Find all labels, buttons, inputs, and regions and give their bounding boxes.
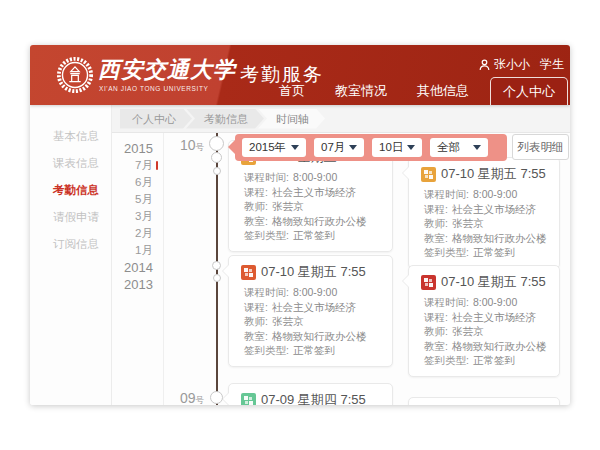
app-window: 西安交通大学 XI'AN JIAO TONG UNIVERSITY 考勤服务 张… <box>30 45 570 405</box>
user-role: 学生 <box>540 56 564 73</box>
card-fields: 课程时间:8:00-9:00 课程:社会主义市场经济 教师:张芸京 教室:格物致… <box>421 187 549 260</box>
caret-down-icon <box>473 145 481 150</box>
sidebar-item-leave-request[interactable]: 请假申请 <box>30 204 111 231</box>
card-header: 07-10 星期五 7:55 <box>421 272 549 292</box>
timeline-scale-2015[interactable]: 2015 <box>123 140 153 157</box>
year-select-value: 2015年 <box>249 140 286 155</box>
card-tail <box>403 275 409 287</box>
card-date: 07-10 星期五 7:55 <box>261 263 366 281</box>
card-date: 07-10 星期五 7:55 <box>441 165 546 183</box>
sidebar: 基本信息 课表信息 考勤信息 请假申请 订阅信息 <box>30 105 112 405</box>
month-select-value: 07月 <box>321 140 345 155</box>
card-date: 07-10 星期五 7:55 <box>441 273 546 291</box>
timeline-node-dot <box>210 391 223 404</box>
type-select-value: 全部 <box>437 140 460 155</box>
filter-bar: 2015年 07月 10日 全部 <box>235 134 507 161</box>
university-name-zh: 西安交通大学 <box>98 55 236 85</box>
nav-item-home[interactable]: 首页 <box>264 77 320 105</box>
timeline-scale: 2015 7月 6月 5月 3月 2月 1月 2014 2013 <box>123 140 153 293</box>
breadcrumb-item-attendance-info[interactable]: 考勤信息 <box>186 109 264 129</box>
nav-item-classrooms[interactable]: 教室情况 <box>320 77 402 105</box>
page-background: 西安交通大学 XI'AN JIAO TONG UNIVERSITY 考勤服务 张… <box>0 0 600 450</box>
filter-bar-tail <box>228 140 235 154</box>
timeline-scale-may[interactable]: 5月 <box>123 191 153 208</box>
card-fields: 课程时间:8:00-9:00 课程:社会主义市场经济 教师:张芸京 教室:格物致… <box>241 170 382 243</box>
breadcrumb-item-personal-center[interactable]: 个人中心 <box>120 109 192 129</box>
card-fields: 课程时间:8:00-9:00 课程:社会主义市场经济 教师:张芸京 教室:格物致… <box>241 285 382 358</box>
year-select[interactable]: 2015年 <box>242 138 306 157</box>
app-header: 西安交通大学 XI'AN JIAO TONG UNIVERSITY 考勤服务 张… <box>30 45 570 105</box>
card-header: 07-09 星期四 7:55 <box>241 390 382 405</box>
card-tail <box>223 393 229 405</box>
caret-down-icon <box>349 145 357 150</box>
status-badge-icon <box>421 275 436 290</box>
day-marker-10: 10号 <box>168 136 204 154</box>
nav-item-personal-center[interactable]: 个人中心 <box>490 77 568 105</box>
user-info[interactable]: 张小小 学生 <box>479 56 564 73</box>
university-name-en: XI'AN JIAO TONG UNIVERSITY <box>99 85 208 92</box>
timeline-scale-jul[interactable]: 7月 <box>123 157 153 174</box>
timeline-node-dot <box>212 261 221 270</box>
card-fields: 课程时间:8:00-9:00 课程:社会主义市场经济 教师:张芸京 教室:格物致… <box>421 295 549 368</box>
card-header: 07-10 星期五 7:55 <box>421 164 549 184</box>
attendance-card: 07-10 星期五 7:55 课程时间:8:00-9:00 课程:社会主义市场经… <box>228 255 393 367</box>
type-select[interactable]: 全部 <box>430 138 488 157</box>
timeline-scale-mar[interactable]: 3月 <box>123 208 153 225</box>
attendance-card: 07-09 星期四 7:55 <box>228 383 393 405</box>
university-logo-icon <box>56 56 94 94</box>
attendance-card: 07-10 星期五 7:55 课程时间:8:00-9:00 课程:社会主义市场经… <box>408 265 560 377</box>
breadcrumb: 个人中心 考勤信息 时间轴 <box>112 105 570 133</box>
timeline-node-dot <box>211 152 222 163</box>
sidebar-item-basic-info[interactable]: 基本信息 <box>30 123 111 150</box>
card-header: 07-10 星期五 7:55 <box>241 262 382 282</box>
user-name: 张小小 <box>494 56 530 73</box>
card-tail <box>403 167 409 179</box>
timeline-node-dot <box>213 274 221 282</box>
attendance-card: 07-10 星期五 7:55 课程时间:8:00-9:00 课程:社会主义市场经… <box>408 157 560 269</box>
day-select[interactable]: 10日 <box>372 138 422 157</box>
sidebar-item-subscription-info[interactable]: 订阅信息 <box>30 231 111 258</box>
user-icon <box>479 59 490 71</box>
caret-down-icon <box>407 145 415 150</box>
attendance-card-partial <box>408 397 560 405</box>
timeline-scale-jan[interactable]: 1月 <box>123 242 153 259</box>
list-detail-button[interactable]: 列表明细 <box>512 134 569 160</box>
day-marker-09: 09号 <box>168 389 204 405</box>
month-select[interactable]: 07月 <box>314 138 364 157</box>
breadcrumb-item-timeline[interactable]: 时间轴 <box>258 109 325 129</box>
status-badge-icon <box>241 265 256 280</box>
selected-month-indicator <box>156 161 158 170</box>
column-separator <box>163 133 164 405</box>
nav-item-other-info[interactable]: 其他信息 <box>402 77 484 105</box>
status-badge-icon <box>241 393 256 406</box>
timeline-scale-2014[interactable]: 2014 <box>123 259 153 276</box>
caret-down-icon <box>291 145 299 150</box>
timeline-scale-feb[interactable]: 2月 <box>123 225 153 242</box>
timeline-node-dot <box>213 167 221 175</box>
card-date: 07-09 星期四 7:55 <box>261 391 366 405</box>
timeline-scale-2013[interactable]: 2013 <box>123 276 153 293</box>
sidebar-item-schedule-info[interactable]: 课表信息 <box>30 150 111 177</box>
timeline-node-dot <box>209 136 224 151</box>
card-tail <box>223 265 229 277</box>
timeline-scale-jun[interactable]: 6月 <box>123 174 153 191</box>
sidebar-item-attendance-info[interactable]: 考勤信息 <box>30 177 111 204</box>
status-badge-icon <box>421 167 436 182</box>
day-select-value: 10日 <box>379 140 403 155</box>
main-nav: 首页 教室情况 其他信息 个人中心 <box>264 77 568 105</box>
